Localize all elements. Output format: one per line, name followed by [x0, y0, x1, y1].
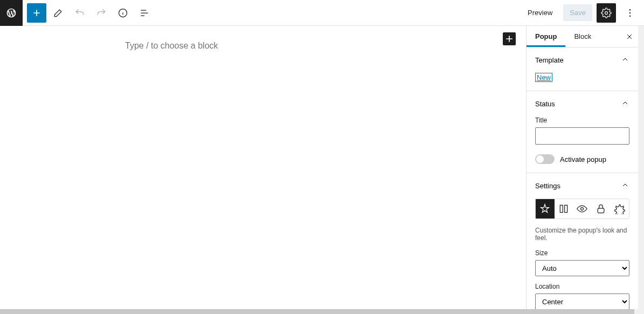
options-button[interactable] [620, 3, 640, 23]
status-heading: Status [535, 100, 555, 108]
svg-rect-6 [565, 205, 567, 212]
size-label: Size [535, 249, 629, 257]
vertical-scrollbar[interactable] [638, 26, 644, 309]
location-select[interactable]: Center [535, 293, 629, 309]
visibility-tab[interactable] [573, 199, 592, 219]
tab-block[interactable]: Block [565, 26, 600, 47]
preview-button[interactable]: Preview [521, 4, 559, 21]
size-select[interactable]: Auto [535, 260, 629, 276]
settings-toggle-button[interactable] [597, 3, 616, 23]
add-block-button[interactable] [27, 3, 46, 23]
template-new-link[interactable]: New [535, 73, 552, 82]
details-button[interactable] [113, 3, 133, 23]
activate-popup-toggle[interactable] [535, 154, 555, 164]
save-button: Save [563, 4, 592, 21]
svg-rect-8 [598, 208, 604, 213]
chevron-up-icon [621, 99, 629, 109]
list-view-button[interactable] [135, 3, 154, 23]
svg-point-2 [629, 9, 631, 10]
horizontal-scrollbar[interactable] [0, 309, 644, 314]
settings-heading: Settings [535, 182, 560, 190]
title-label: Title [535, 117, 629, 124]
layout-tab[interactable] [555, 199, 573, 219]
svg-point-1 [605, 11, 608, 14]
location-label: Location [535, 283, 629, 290]
advanced-tab[interactable] [610, 199, 629, 219]
settings-description: Customize the popup's look and feel. [535, 227, 629, 242]
template-section-toggle[interactable]: Template [527, 47, 638, 73]
svg-point-3 [629, 12, 631, 13]
chevron-up-icon [621, 55, 629, 65]
svg-point-7 [581, 208, 584, 210]
activate-popup-label: Activate popup [560, 155, 606, 163]
svg-point-4 [629, 15, 631, 17]
add-block-inline-button[interactable] [503, 32, 516, 45]
lock-tab[interactable] [592, 199, 611, 219]
wordpress-logo[interactable] [0, 0, 23, 26]
redo-button [92, 3, 111, 23]
title-input[interactable] [535, 127, 629, 145]
chevron-up-icon [621, 181, 629, 191]
status-section-toggle[interactable]: Status [527, 91, 638, 117]
settings-section-toggle[interactable]: Settings [527, 173, 638, 199]
svg-rect-5 [560, 205, 563, 212]
tab-popup[interactable]: Popup [527, 26, 565, 47]
template-heading: Template [535, 56, 564, 64]
edit-tool-button[interactable] [49, 3, 68, 23]
block-placeholder[interactable]: Type / to choose a block [125, 41, 407, 51]
close-panel-button[interactable] [623, 30, 636, 43]
appearance-tab[interactable] [536, 199, 555, 219]
undo-button [70, 3, 89, 23]
